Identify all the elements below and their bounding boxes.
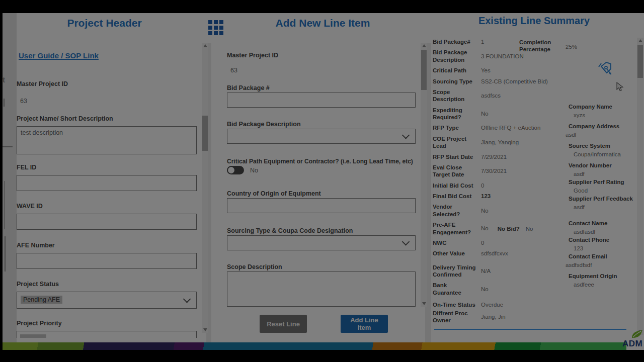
summary-row: RFP TypeOffline RFQ + eAuction: [433, 124, 569, 131]
summary-row: RFP Start Date7/29/2021: [433, 153, 569, 160]
summary-row: Critical PathYes: [433, 67, 569, 74]
right-panel-scrollbar[interactable]: [637, 38, 643, 335]
country-of-origin-label: Country of Origin of Equipment: [227, 190, 321, 197]
scrollbar-thumb[interactable]: [202, 116, 208, 151]
master-project-id-label: Master Project ID: [227, 52, 278, 59]
summary-row: Scope Descriptionasdfscs: [433, 88, 569, 103]
critical-path-toggle[interactable]: [227, 166, 244, 174]
project-header-panel: Project Header User Guide / SOP Link Mas…: [3, 13, 206, 338]
summary-row: Pre-AFE Engagement? No No Bid? No: [433, 221, 569, 236]
reset-line-button[interactable]: Reset Line: [260, 315, 307, 333]
leaf-icon: [631, 330, 643, 339]
detail-item: Vendor Numberasdf: [569, 162, 637, 177]
scrollbar-thumb[interactable]: [421, 50, 427, 90]
project-priority-selected: [20, 334, 46, 338]
no-bid-value: No: [526, 226, 533, 232]
project-name-label: Project Name/ Short Description: [17, 115, 113, 122]
scope-description-label: Scope Description: [227, 263, 282, 270]
scope-description-input[interactable]: [227, 272, 416, 307]
edit-pen-icon[interactable]: [595, 58, 615, 80]
app-window: t Project Header User Guide / SOP Link M…: [3, 13, 644, 350]
scroll-up-icon[interactable]: [202, 43, 208, 49]
summary-row: Eval Close Target Date7/30/2021: [433, 164, 569, 178]
detail-item: Contact Nameasdfasdf: [569, 220, 637, 235]
detail-item: Supplier Perf RatingGood: [569, 179, 637, 194]
no-bid-label: No Bid?: [498, 226, 520, 232]
summary-row: Bid Package Description3 FOUNDATION: [433, 49, 569, 63]
sourcing-type-label: Sourcing Type & Coupa Code Designation: [227, 227, 353, 234]
critical-path-label: Critical Path Equipment or Contractor? (…: [227, 158, 413, 165]
master-project-id-value: 63: [20, 98, 27, 105]
detail-item: Company Namexyzs: [569, 104, 637, 118]
scroll-up-icon[interactable]: [637, 38, 643, 44]
project-name-input[interactable]: test description: [17, 126, 197, 154]
summary-row: Diffrent Proc OwnerJiang, Jin: [433, 310, 569, 324]
summary-row: Expediting Required?No: [433, 107, 569, 121]
summary-row: Bank GuaranteeNo: [433, 282, 569, 296]
chevron-down-icon: [402, 131, 410, 139]
add-line-item-button[interactable]: Add Line Item: [341, 315, 388, 333]
detail-item: Company Addressasdf: [569, 123, 637, 138]
sourcing-type-dropdown[interactable]: [227, 235, 416, 250]
summary-row: Sourcing TypeSS2-CB (Competitive Bid): [433, 78, 569, 85]
scroll-down-icon[interactable]: [421, 301, 427, 307]
project-status-label: Project Status: [17, 281, 59, 288]
detail-item: Contact Phone123: [569, 237, 637, 251]
summary-row: Vendor Selected?No: [433, 203, 569, 218]
detail-item: Contact Emailasdfsdfsdf: [569, 253, 637, 268]
summary-rows: Bid Package#1 Bid Package Description3 F…: [433, 38, 569, 327]
add-line-item-title: Add New Line Item: [211, 17, 425, 29]
screen: t Project Header User Guide / SOP Link M…: [0, 0, 644, 362]
letterbox-left: [0, 0, 3, 362]
critical-path-toggle-value: No: [250, 167, 258, 174]
summary-row: On-Time StatusOverdue: [433, 301, 569, 308]
scrollbar-thumb[interactable]: [637, 45, 643, 78]
letterbox-bottom: [0, 350, 644, 362]
project-priority-dropdown[interactable]: [17, 331, 197, 338]
chevron-down-icon: [402, 238, 410, 246]
brand-color-bar: [0, 342, 626, 350]
afe-number-input[interactable]: [17, 253, 197, 269]
fel-id-input[interactable]: [17, 175, 197, 191]
summary-row: COE Project LeadJiang, Yanqing: [433, 135, 569, 150]
detail-item: Supplier Perf Feedbackasdf: [569, 196, 637, 210]
summary-row: Bid Package#1: [433, 38, 569, 45]
bid-package-description-dropdown[interactable]: [227, 129, 416, 144]
adm-logo-text: ADM: [622, 339, 642, 349]
wave-id-label: WAVE ID: [17, 203, 43, 210]
project-status-selected: Pending AFE: [21, 296, 62, 304]
detail-item: Source SystemCoupa/Informatica: [569, 143, 637, 157]
bid-package-number-input[interactable]: [227, 93, 416, 108]
country-of-origin-input[interactable]: [227, 198, 416, 213]
add-line-item-panel: Add New Line Item Master Project ID 63 B…: [211, 13, 425, 350]
detail-item: Equipment Originasdfeee: [569, 273, 637, 288]
master-project-id-label: Master Project ID: [17, 80, 68, 87]
left-panel-scrollbar[interactable]: [202, 43, 208, 333]
summary-row: Initial Bid Cost0: [433, 182, 569, 189]
scroll-up-icon[interactable]: [421, 43, 427, 49]
wave-id-input[interactable]: [17, 214, 197, 230]
bid-package-description-label: Bid Package Description: [227, 121, 301, 128]
fel-id-label: FEL ID: [17, 164, 36, 171]
toggle-knob: [228, 167, 234, 173]
middle-panel-scrollbar[interactable]: [421, 43, 427, 307]
project-header-title: Project Header: [3, 17, 206, 29]
project-priority-label: Project Priority: [17, 320, 62, 327]
afe-number-label: AFE Number: [17, 242, 55, 249]
existing-line-summary-title: Existing Line Summary: [431, 15, 637, 27]
summary-row: NWC0: [433, 239, 569, 246]
bid-package-number-label: Bid Package #: [227, 84, 270, 92]
scroll-down-icon[interactable]: [202, 327, 208, 333]
user-guide-sop-link[interactable]: User Guide / SOP Link: [19, 51, 99, 60]
chevron-down-icon: [183, 295, 191, 303]
adm-logo: ADM: [622, 330, 644, 350]
letterbox-top: [0, 0, 644, 13]
existing-line-summary-panel: Existing Line Summary Completion Percent…: [431, 13, 637, 350]
project-status-dropdown[interactable]: Pending AFE: [17, 292, 197, 309]
summary-row: Delivery Timing ConfirmedN/A: [433, 264, 569, 279]
mouse-cursor: [616, 82, 624, 93]
summary-row: Other Valuesdfsdfcxvx: [433, 250, 569, 257]
summary-divider-line: [434, 329, 626, 330]
summary-row: Final Bid Cost123: [433, 193, 569, 200]
vendor-details-column: Company Namexyzs Company Addressasdf Sou…: [569, 104, 637, 293]
